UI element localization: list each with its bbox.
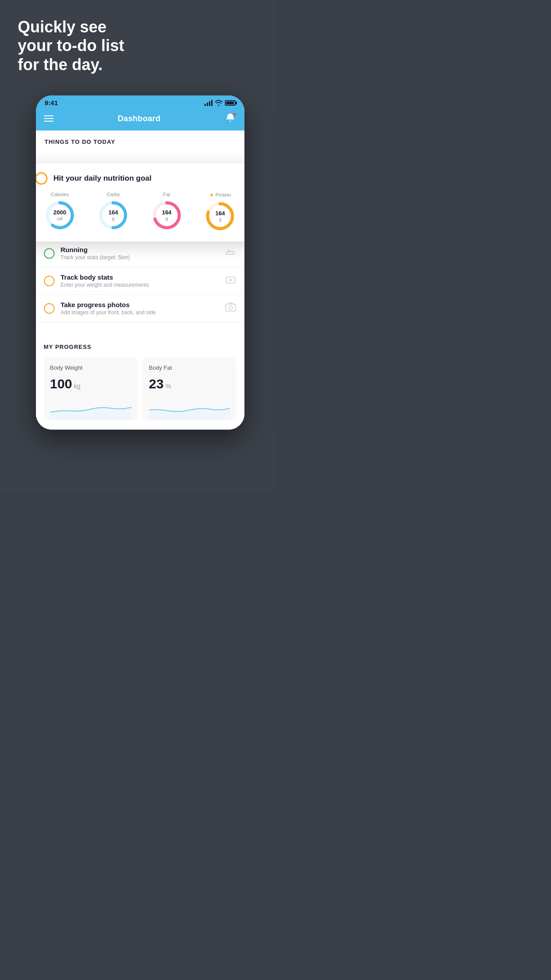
- todo-item-photos[interactable]: Take progress photos Add images of your …: [36, 295, 244, 322]
- nutrition-item-calories: Calories 2000 cal: [44, 192, 75, 232]
- svg-rect-11: [226, 304, 236, 311]
- protein-label: ★ Protein: [209, 192, 231, 198]
- shoe-icon: [225, 247, 236, 259]
- calories-label: Calories: [51, 192, 69, 197]
- body-weight-chart: [50, 397, 131, 419]
- nutrition-card-header: Hit your daily nutrition goal: [36, 172, 244, 185]
- phone-mockup: 9:41: [36, 95, 244, 430]
- body-fat-chart: [149, 397, 230, 419]
- protein-donut: 164 g: [205, 201, 236, 232]
- page-background: Quickly seeyour to-do listfor the day. 9…: [0, 0, 276, 490]
- calories-donut: 2000 cal: [44, 200, 75, 231]
- status-icons: [205, 100, 236, 106]
- body-weight-value-row: 100 kg: [50, 376, 131, 391]
- progress-title: MY PROGRESS: [44, 344, 236, 350]
- nutrition-card: Hit your daily nutrition goal Calories: [36, 163, 244, 241]
- headline-text: Quickly seeyour to-do listfor the day.: [18, 18, 267, 74]
- star-icon: ★: [209, 192, 214, 198]
- body-fat-title: Body Fat: [149, 364, 230, 371]
- todo-circle-body-stats: [44, 276, 55, 286]
- todo-main-running: Running: [61, 246, 219, 253]
- todo-item-body-stats[interactable]: Track body stats Enter your weight and m…: [36, 267, 244, 295]
- bell-icon[interactable]: [225, 113, 236, 124]
- todo-sub-body-stats: Enter your weight and measurements: [61, 282, 219, 288]
- todo-sub-photos: Add images of your front, back, and side: [61, 309, 219, 316]
- status-bar: 9:41: [36, 95, 244, 108]
- signal-icon: [205, 100, 213, 106]
- wifi-icon: [215, 100, 223, 106]
- todo-circle-photos: [44, 303, 55, 314]
- nutrition-item-protein: ★ Protein 164 g: [205, 192, 236, 232]
- notification-dot: [233, 113, 236, 116]
- things-to-do-title: THINGS TO DO TODAY: [45, 138, 115, 145]
- carbs-label: Carbs: [107, 192, 120, 197]
- todo-main-photos: Take progress photos: [61, 301, 219, 308]
- status-time: 9:41: [45, 99, 58, 107]
- todo-circle-running: [44, 248, 55, 259]
- todo-main-body-stats: Track body stats: [61, 273, 219, 281]
- body-fat-value-row: 23 %: [149, 376, 230, 391]
- todo-text-body-stats: Track body stats Enter your weight and m…: [61, 273, 219, 288]
- nutrition-card-title: Hit your daily nutrition goal: [54, 174, 152, 183]
- menu-icon[interactable]: [44, 115, 54, 122]
- body-weight-title: Body Weight: [50, 364, 131, 371]
- todo-item-running[interactable]: Running Track your stats (target: 5km): [36, 240, 244, 267]
- photo-icon: [225, 302, 236, 314]
- body-fat-value: 23: [149, 376, 164, 391]
- nav-bar: Dashboard: [36, 108, 244, 130]
- things-to-do-header: THINGS TO DO TODAY: [36, 130, 244, 151]
- todo-text-photos: Take progress photos Add images of your …: [61, 301, 219, 316]
- body-fat-card: Body Fat 23 %: [143, 357, 236, 421]
- body-fat-unit: %: [165, 383, 171, 390]
- nav-title: Dashboard: [118, 114, 161, 123]
- progress-cards: Body Weight 100 kg Body Fat: [44, 357, 236, 421]
- nutrition-item-carbs: Carbs 164 g: [98, 192, 129, 232]
- todo-sub-running: Track your stats (target: 5km): [61, 254, 219, 261]
- todo-text-running: Running Track your stats (target: 5km): [61, 246, 219, 261]
- body-weight-card: Body Weight 100 kg: [44, 357, 138, 421]
- circle-check-icon: [36, 172, 47, 185]
- fat-label: Fat: [163, 192, 170, 197]
- body-weight-unit: kg: [74, 383, 81, 390]
- progress-section: MY PROGRESS Body Weight 100 kg: [36, 333, 244, 430]
- svg-point-12: [229, 306, 232, 309]
- nutrition-item-fat: Fat 164 g: [151, 192, 182, 232]
- nutrition-grid: Calories 2000 cal: [36, 192, 244, 232]
- scale-icon: [225, 275, 236, 287]
- fat-donut: 164 g: [151, 200, 182, 231]
- phone-content: THINGS TO DO TODAY Hit your daily nutrit…: [36, 130, 244, 430]
- carbs-donut: 164 g: [98, 200, 129, 231]
- battery-icon: [225, 100, 236, 106]
- body-weight-value: 100: [50, 376, 72, 391]
